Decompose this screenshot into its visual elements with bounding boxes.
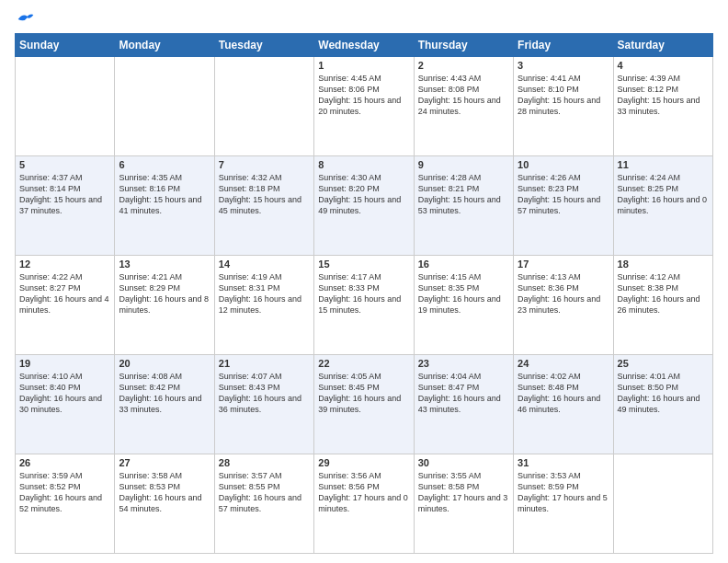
day-header-sunday: Sunday (16, 34, 115, 57)
calendar-cell: 2Sunrise: 4:43 AMSunset: 8:08 PMDaylight… (414, 57, 513, 156)
day-number: 19 (19, 358, 110, 369)
day-info: Sunrise: 4:04 AMSunset: 8:47 PMDaylight:… (418, 371, 509, 416)
day-info: Sunrise: 4:41 AMSunset: 8:10 PMDaylight:… (518, 73, 609, 118)
calendar-cell: 19Sunrise: 4:10 AMSunset: 8:40 PMDayligh… (16, 355, 115, 454)
day-info: Sunrise: 4:22 AMSunset: 8:27 PMDaylight:… (19, 271, 110, 316)
day-number: 30 (418, 457, 509, 468)
calendar-cell: 12Sunrise: 4:22 AMSunset: 8:27 PMDayligh… (16, 256, 115, 355)
day-number: 23 (418, 358, 509, 369)
day-number: 21 (219, 358, 310, 369)
day-number: 2 (418, 60, 509, 71)
day-header-wednesday: Wednesday (314, 34, 414, 57)
day-number: 27 (119, 457, 210, 468)
day-info: Sunrise: 4:08 AMSunset: 8:42 PMDaylight:… (119, 371, 210, 416)
day-info: Sunrise: 4:13 AMSunset: 8:36 PMDaylight:… (518, 271, 609, 316)
day-number: 13 (119, 259, 210, 270)
calendar-cell: 29Sunrise: 3:56 AMSunset: 8:56 PMDayligh… (314, 454, 414, 554)
day-number: 26 (19, 457, 110, 468)
calendar-cell: 3Sunrise: 4:41 AMSunset: 8:10 PMDaylight… (514, 57, 613, 156)
calendar-cell: 6Sunrise: 4:35 AMSunset: 8:16 PMDaylight… (115, 156, 214, 256)
calendar-cell: 14Sunrise: 4:19 AMSunset: 8:31 PMDayligh… (214, 256, 313, 355)
day-info: Sunrise: 4:10 AMSunset: 8:40 PMDaylight:… (19, 371, 110, 416)
day-info: Sunrise: 4:45 AMSunset: 8:06 PMDaylight:… (318, 73, 409, 118)
day-number: 1 (318, 60, 409, 71)
week-row-1: 1Sunrise: 4:45 AMSunset: 8:06 PMDaylight… (16, 57, 713, 156)
day-info: Sunrise: 4:02 AMSunset: 8:48 PMDaylight:… (518, 371, 609, 416)
day-number: 4 (618, 60, 709, 71)
day-info: Sunrise: 4:19 AMSunset: 8:31 PMDaylight:… (219, 271, 310, 316)
calendar-cell: 31Sunrise: 3:53 AMSunset: 8:59 PMDayligh… (514, 454, 613, 554)
day-number: 25 (618, 358, 709, 369)
day-header-tuesday: Tuesday (214, 34, 313, 57)
day-number: 17 (518, 259, 609, 270)
week-row-5: 26Sunrise: 3:59 AMSunset: 8:52 PMDayligh… (16, 454, 713, 554)
calendar-cell: 5Sunrise: 4:37 AMSunset: 8:14 PMDaylight… (16, 156, 115, 256)
calendar-header-row: SundayMondayTuesdayWednesdayThursdayFrid… (16, 34, 713, 57)
day-info: Sunrise: 4:43 AMSunset: 8:08 PMDaylight:… (418, 73, 509, 118)
calendar-cell: 10Sunrise: 4:26 AMSunset: 8:23 PMDayligh… (514, 156, 613, 256)
day-info: Sunrise: 4:24 AMSunset: 8:25 PMDaylight:… (618, 172, 709, 217)
day-number: 18 (618, 259, 709, 270)
calendar-cell: 13Sunrise: 4:21 AMSunset: 8:29 PMDayligh… (115, 256, 214, 355)
day-number: 31 (518, 457, 609, 468)
day-number: 20 (119, 358, 210, 369)
header (15, 9, 713, 26)
day-number: 22 (318, 358, 409, 369)
day-number: 24 (518, 358, 609, 369)
day-number: 16 (418, 259, 509, 270)
calendar-cell: 9Sunrise: 4:28 AMSunset: 8:21 PMDaylight… (414, 156, 513, 256)
day-number: 9 (418, 159, 509, 170)
day-number: 15 (318, 259, 409, 270)
day-number: 10 (518, 159, 609, 170)
calendar-table: SundayMondayTuesdayWednesdayThursdayFrid… (15, 33, 713, 554)
day-info: Sunrise: 3:53 AMSunset: 8:59 PMDaylight:… (518, 470, 609, 515)
day-header-monday: Monday (115, 34, 214, 57)
day-number: 14 (219, 259, 310, 270)
calendar-cell: 7Sunrise: 4:32 AMSunset: 8:18 PMDaylight… (214, 156, 313, 256)
day-info: Sunrise: 4:15 AMSunset: 8:35 PMDaylight:… (418, 271, 509, 316)
day-info: Sunrise: 3:58 AMSunset: 8:53 PMDaylight:… (119, 470, 210, 515)
day-number: 11 (618, 159, 709, 170)
day-info: Sunrise: 4:39 AMSunset: 8:12 PMDaylight:… (618, 73, 709, 118)
day-info: Sunrise: 4:07 AMSunset: 8:43 PMDaylight:… (219, 371, 310, 416)
day-header-friday: Friday (514, 34, 613, 57)
calendar-cell: 27Sunrise: 3:58 AMSunset: 8:53 PMDayligh… (115, 454, 214, 554)
day-info: Sunrise: 3:59 AMSunset: 8:52 PMDaylight:… (19, 470, 110, 515)
calendar-cell: 24Sunrise: 4:02 AMSunset: 8:48 PMDayligh… (514, 355, 613, 454)
calendar-cell (214, 57, 313, 156)
calendar-cell: 18Sunrise: 4:12 AMSunset: 8:38 PMDayligh… (613, 256, 712, 355)
day-number: 6 (119, 159, 210, 170)
day-number: 7 (219, 159, 310, 170)
day-info: Sunrise: 3:57 AMSunset: 8:55 PMDaylight:… (219, 470, 310, 515)
calendar-cell: 4Sunrise: 4:39 AMSunset: 8:12 PMDaylight… (613, 57, 712, 156)
calendar-cell: 21Sunrise: 4:07 AMSunset: 8:43 PMDayligh… (214, 355, 313, 454)
day-info: Sunrise: 4:37 AMSunset: 8:14 PMDaylight:… (19, 172, 110, 217)
calendar-cell (115, 57, 214, 156)
week-row-3: 12Sunrise: 4:22 AMSunset: 8:27 PMDayligh… (16, 256, 713, 355)
calendar-cell: 8Sunrise: 4:30 AMSunset: 8:20 PMDaylight… (314, 156, 414, 256)
day-info: Sunrise: 4:12 AMSunset: 8:38 PMDaylight:… (618, 271, 709, 316)
page: SundayMondayTuesdayWednesdayThursdayFrid… (0, 0, 728, 563)
calendar-cell: 23Sunrise: 4:04 AMSunset: 8:47 PMDayligh… (414, 355, 513, 454)
day-number: 5 (19, 159, 110, 170)
day-info: Sunrise: 4:35 AMSunset: 8:16 PMDaylight:… (119, 172, 210, 217)
calendar-cell: 28Sunrise: 3:57 AMSunset: 8:55 PMDayligh… (214, 454, 313, 554)
day-number: 8 (318, 159, 409, 170)
day-info: Sunrise: 4:21 AMSunset: 8:29 PMDaylight:… (119, 271, 210, 316)
day-number: 28 (219, 457, 310, 468)
logo-bird-icon (17, 11, 35, 28)
calendar-cell: 22Sunrise: 4:05 AMSunset: 8:45 PMDayligh… (314, 355, 414, 454)
day-info: Sunrise: 4:05 AMSunset: 8:45 PMDaylight:… (318, 371, 409, 416)
calendar-cell: 26Sunrise: 3:59 AMSunset: 8:52 PMDayligh… (16, 454, 115, 554)
calendar-cell: 16Sunrise: 4:15 AMSunset: 8:35 PMDayligh… (414, 256, 513, 355)
day-info: Sunrise: 3:55 AMSunset: 8:58 PMDaylight:… (418, 470, 509, 515)
calendar-cell: 20Sunrise: 4:08 AMSunset: 8:42 PMDayligh… (115, 355, 214, 454)
logo-text (15, 9, 35, 29)
calendar-cell: 15Sunrise: 4:17 AMSunset: 8:33 PMDayligh… (314, 256, 414, 355)
day-header-saturday: Saturday (613, 34, 712, 57)
day-header-thursday: Thursday (414, 34, 513, 57)
calendar-cell (613, 454, 712, 554)
day-info: Sunrise: 4:32 AMSunset: 8:18 PMDaylight:… (219, 172, 310, 217)
calendar-cell: 11Sunrise: 4:24 AMSunset: 8:25 PMDayligh… (613, 156, 712, 256)
week-row-4: 19Sunrise: 4:10 AMSunset: 8:40 PMDayligh… (16, 355, 713, 454)
